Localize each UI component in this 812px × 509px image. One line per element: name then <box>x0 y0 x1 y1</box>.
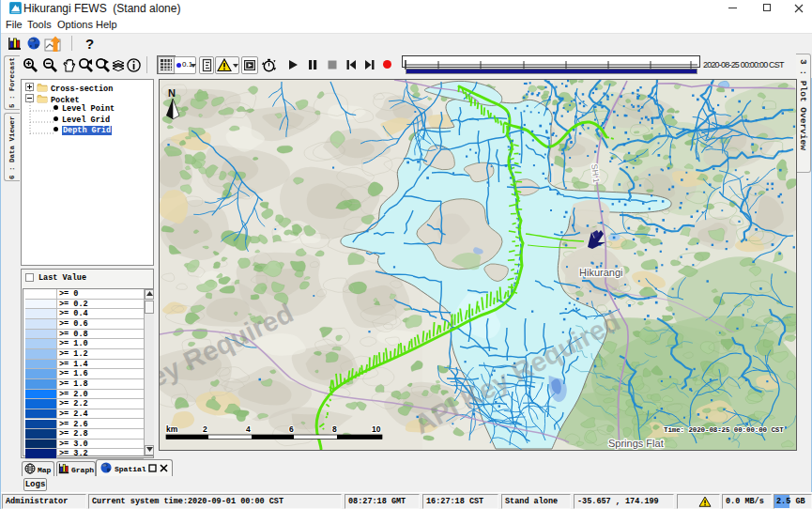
svg-text:N: N <box>168 87 176 99</box>
svg-text:km: km <box>166 424 178 434</box>
svg-text:Springs Flat: Springs Flat <box>608 438 664 449</box>
svg-text:2: 2 <box>203 424 207 434</box>
svg-text:4: 4 <box>246 424 251 434</box>
svg-text:Hikurangi: Hikurangi <box>579 267 622 278</box>
svg-text:8: 8 <box>332 424 337 434</box>
svg-text:10: 10 <box>372 424 381 434</box>
svg-text:6: 6 <box>289 424 294 434</box>
svg-text:Time: 2020-08-25 00:00:00 CST: Time: 2020-08-25 00:00:00 CST <box>664 426 784 434</box>
